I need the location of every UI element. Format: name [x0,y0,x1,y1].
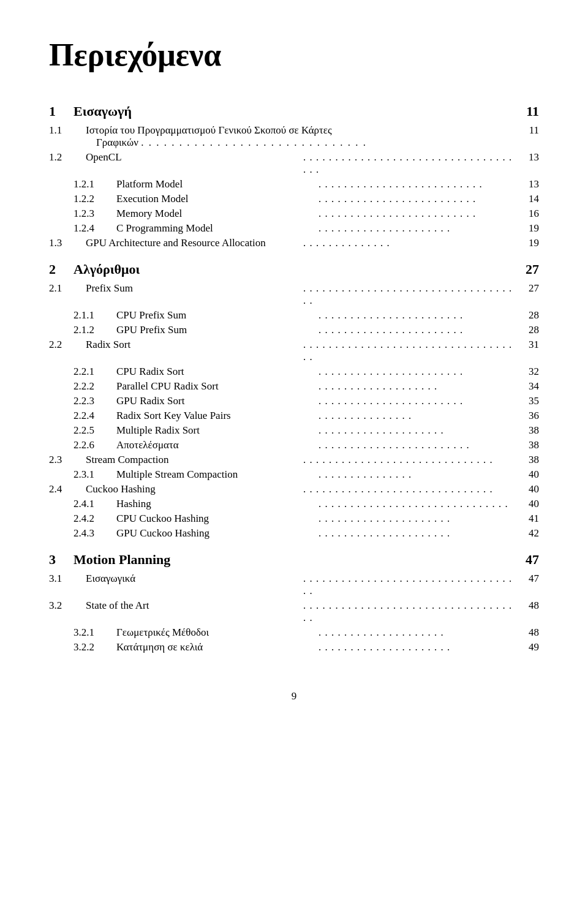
section-1-2-4: 1.2.4 C Programming Model . . . . . . . … [49,222,539,235]
chapter-3-title: Motion Planning [74,552,526,568]
section-1-2-3: 1.2.3 Memory Model . . . . . . . . . . .… [49,208,539,220]
section-2-1-1: 2.1.1 CPU Prefix Sum . . . . . . . . . .… [49,309,539,322]
section-3-2-number: 3.2 [49,600,86,612]
section-2-2-page: 31 [521,339,539,351]
section-1-2-2: 1.2.2 Execution Model . . . . . . . . . … [49,193,539,205]
section-1-2-1-dots: . . . . . . . . . . . . . . . . . . . . … [316,178,521,190]
section-2-3-page: 38 [521,454,539,466]
section-1-2-4-title: C Programming Model [116,222,316,235]
section-2-4-page: 40 [521,483,539,495]
chapter-3-page: 47 [526,552,539,568]
section-1-3-dots: . . . . . . . . . . . . . . [301,237,521,249]
section-2-2-3-dots: . . . . . . . . . . . . . . . . . . . . … [316,395,521,407]
section-2-2-3-title: GPU Radix Sort [116,395,316,407]
section-2-4-2-number: 2.4.2 [74,513,116,525]
section-2-2-2-number: 2.2.2 [74,380,116,393]
section-2-2-6-dots: . . . . . . . . . . . . . . . . . . . . … [316,439,521,451]
section-2-4: 2.4 Cuckoo Hashing . . . . . . . . . . .… [49,483,539,495]
section-1-2-3-page: 16 [521,208,539,220]
section-2-2-5: 2.2.5 Multiple Radix Sort . . . . . . . … [49,424,539,437]
section-3-2-2-title: Κατάτμηση σε κελιά [116,641,316,653]
section-1-2-1-title: Platform Model [116,178,316,190]
section-2-1-1-number: 2.1.1 [74,309,116,322]
section-2-4-number: 2.4 [49,483,86,495]
section-2-1-1-page: 28 [521,309,539,322]
section-1-3-number: 1.3 [49,237,86,249]
section-2-4-2-title: CPU Cuckoo Hashing [116,513,316,525]
section-3-1: 3.1 Εισαγωγικά . . . . . . . . . . . . .… [49,573,539,597]
section-2-4-3: 2.4.3 GPU Cuckoo Hashing . . . . . . . .… [49,527,539,540]
section-2-1-1-title: CPU Prefix Sum [116,309,316,322]
section-2-1-2: 2.1.2 GPU Prefix Sum . . . . . . . . . .… [49,324,539,336]
section-2-2-5-title: Multiple Radix Sort [116,424,316,437]
section-2-2-3-page: 35 [521,395,539,407]
section-3-2-2: 3.2.2 Κατάτμηση σε κελιά . . . . . . . .… [49,641,539,653]
section-3-1-dots: . . . . . . . . . . . . . . . . . . . . … [301,573,521,597]
page-title: Περιεχόμενα [49,37,539,73]
section-2-4-1-number: 2.4.1 [74,498,116,510]
section-2-2-6: 2.2.6 Αποτελέσματα . . . . . . . . . . .… [49,439,539,451]
section-2-2-2-dots: . . . . . . . . . . . . . . . . . . . [316,380,521,393]
section-2-2-3-number: 2.2.3 [74,395,116,407]
section-2-4-3-page: 42 [521,527,539,540]
section-2-2-title: Radix Sort [86,339,301,351]
section-2-3-1-page: 40 [521,468,539,481]
chapter-2-number: 2 [49,261,74,277]
section-3-2-1-number: 3.2.1 [74,626,116,639]
section-1-1-title: Ιστορία του Προγραμματισμού Γενικού Σκοπ… [86,124,521,149]
section-2-2-6-number: 2.2.6 [74,439,116,451]
section-3-2-page: 48 [521,600,539,612]
section-2-1-title: Prefix Sum [86,282,301,295]
chapter-2-title: Αλγόριθμοι [74,261,526,277]
section-2-3-1-dots: . . . . . . . . . . . . . . . [316,468,521,481]
section-1-1-page: 11 [521,124,539,137]
page-footer: 9 [49,690,539,702]
section-1-2-4-number: 1.2.4 [74,222,116,235]
section-2-2-4-dots: . . . . . . . . . . . . . . . [316,410,521,422]
section-2-3-1: 2.3.1 Multiple Stream Compaction . . . .… [49,468,539,481]
section-2-2-4-number: 2.2.4 [74,410,116,422]
section-1-2-4-page: 19 [521,222,539,235]
section-2-2-4-page: 36 [521,410,539,422]
section-2-4-1-page: 40 [521,498,539,510]
section-1-2-3-number: 1.2.3 [74,208,116,220]
page-content: Περιεχόμενα 1 Εισαγωγή 11 1.1 Ιστορία το… [49,37,539,702]
section-1-2-4-dots: . . . . . . . . . . . . . . . . . . . . … [316,222,521,235]
section-1-2-page: 13 [521,151,539,164]
section-2-4-dots: . . . . . . . . . . . . . . . . . . . . … [301,483,521,495]
section-2-3-title: Stream Compaction [86,454,301,466]
chapter-2-page: 27 [526,261,539,277]
section-2-3-1-number: 2.3.1 [74,468,116,481]
section-3-2-1-page: 48 [521,626,539,639]
section-2-2-3: 2.2.3 GPU Radix Sort . . . . . . . . . .… [49,395,539,407]
section-2-3-number: 2.3 [49,454,86,466]
section-1-2-2-page: 14 [521,193,539,205]
section-2-2-number: 2.2 [49,339,86,351]
section-1-2-2-number: 1.2.2 [74,193,116,205]
section-3-2-1-dots: . . . . . . . . . . . . . . . . . . . . [316,626,521,639]
section-3-1-number: 3.1 [49,573,86,585]
footer-page-number: 9 [292,690,297,702]
section-2-1-2-title: GPU Prefix Sum [116,324,316,336]
section-3-2-1-title: Γεωμετρικές Μέθοδοι [116,626,316,639]
section-1-2-1: 1.2.1 Platform Model . . . . . . . . . .… [49,178,539,190]
chapter-1-number: 1 [49,103,74,119]
section-3-1-title: Εισαγωγικά [86,573,301,585]
section-2-4-3-number: 2.4.3 [74,527,116,540]
section-2-2-2: 2.2.2 Parallel CPU Radix Sort . . . . . … [49,380,539,393]
section-2-2-5-number: 2.2.5 [74,424,116,437]
section-2-2-1-title: CPU Radix Sort [116,366,316,378]
section-1-2-2-dots: . . . . . . . . . . . . . . . . . . . . … [316,193,521,205]
section-2-1-1-dots: . . . . . . . . . . . . . . . . . . . . … [316,309,521,322]
section-2-1-2-page: 28 [521,324,539,336]
section-2-4-1: 2.4.1 Hashing . . . . . . . . . . . . . … [49,498,539,510]
section-3-2-2-number: 3.2.2 [74,641,116,653]
chapter-2-heading: 2 Αλγόριθμοι 27 [49,261,539,277]
section-3-2-title: State of the Art [86,600,301,612]
section-2-3-1-title: Multiple Stream Compaction [116,468,316,481]
section-2-2-4: 2.2.4 Radix Sort Key Value Pairs . . . .… [49,410,539,422]
section-2-4-3-dots: . . . . . . . . . . . . . . . . . . . . … [316,527,521,540]
section-2-1-dots: . . . . . . . . . . . . . . . . . . . . … [301,282,521,307]
section-1-2-2-title: Execution Model [116,193,316,205]
section-2-1-2-number: 2.1.2 [74,324,116,336]
